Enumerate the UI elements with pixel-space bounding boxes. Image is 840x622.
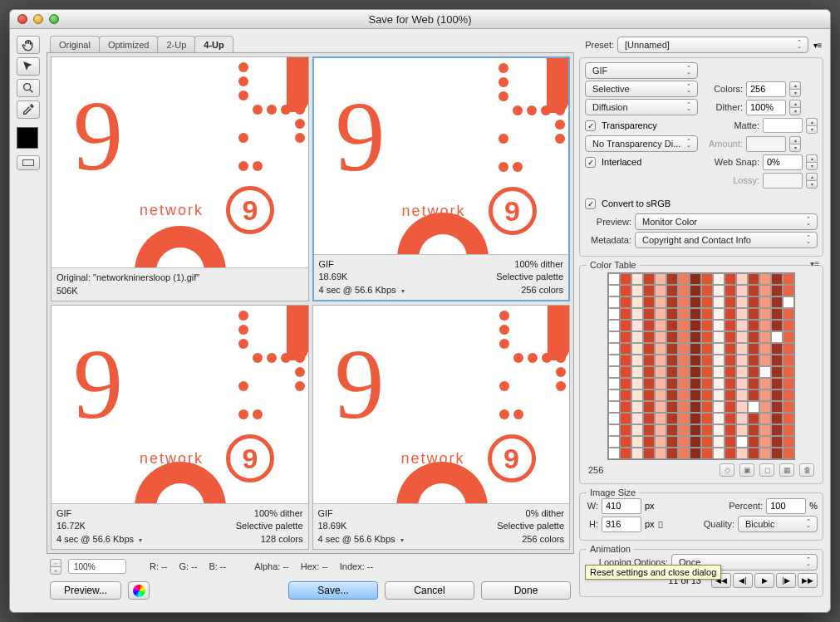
footer: Preview... Save... Cancel Done [47,575,574,605]
image-size-fieldset: Image Size W: 410 px Percent: 100 % H: 3… [579,492,823,541]
height-label: H: [585,519,598,529]
view-tabs: Original Optimized 2-Up 4-Up [47,36,574,52]
matte-stepper[interactable]: ▴▾ [806,118,818,134]
transparency-dither-select[interactable]: No Transparency Di... [585,135,698,152]
colorwheel-icon [133,585,145,597]
websnap-field[interactable]: 0% [763,154,803,170]
metadata-select[interactable]: Copyright and Contact Info [635,232,818,248]
percent-label: Percent: [729,501,763,511]
color-count: 256 [588,465,603,475]
srgb-label: Convert to sRGB [602,198,671,208]
srgb-checkbox[interactable]: ✓ [585,198,596,209]
preview-pane-original[interactable]: 9 network 9 [51,56,309,301]
close-icon[interactable] [17,14,27,24]
dither-stepper[interactable]: ▴▾ [789,100,801,115]
quality-select[interactable]: Bicubic [738,516,818,532]
save-button[interactable]: Save... [288,581,378,600]
tab-2up[interactable]: 2-Up [157,36,195,52]
tab-4up[interactable]: 4-Up [194,36,233,52]
percent-field[interactable]: 100 [766,498,806,514]
interlaced-checkbox[interactable]: ✓ [585,157,596,168]
px-label: px [645,501,655,511]
preview-pane-optimized-2[interactable]: 9 network9 [51,305,309,550]
constrain-link-icon[interactable]: ⌷ [658,520,663,529]
preview-pane-optimized-1[interactable]: 9 network 9 [312,56,571,301]
window-title: Save for Web (100%) [10,13,830,26]
done-button[interactable]: Done [481,581,571,600]
zoom-icon[interactable] [49,14,59,24]
lock-color-icon[interactable]: ▣ [739,463,754,477]
cancel-button[interactable]: Cancel [385,581,474,600]
preview-image: 9 network9 [52,306,308,503]
image-size-legend: Image Size [587,487,639,497]
dither-field[interactable]: 100% [746,100,786,115]
matte-swatch[interactable] [763,118,803,133]
eyedropper-tool[interactable] [17,100,40,119]
color-table[interactable] [607,272,795,460]
preview-menu-icon[interactable] [399,285,405,295]
tab-original[interactable]: Original [50,36,100,52]
format-select[interactable]: GIF [585,62,698,79]
settings-panel: Preset: [Unnamed] ▾≡ GIF Selective Color… [579,36,823,605]
status-alpha: Alpha: -- [254,561,289,571]
zoom-tool[interactable] [17,79,40,97]
minimize-icon[interactable] [33,14,43,24]
colors-field[interactable]: 256 [746,81,786,97]
status-hex: Hex: -- [301,561,328,571]
amount-stepper: ▴▾ [789,136,801,152]
websnap-stepper[interactable]: ▴▾ [806,154,818,170]
status-b: B: -- [209,561,226,571]
map-transparent-icon[interactable]: ◻ [759,463,774,477]
window-body: Original Optimized 2-Up 4-Up 9 [10,29,830,612]
lossy-label: Lossy: [718,175,759,185]
eyedropper-color-swatch[interactable] [17,127,38,149]
transparency-label: Transparency [602,120,657,130]
color-table-menu-icon[interactable]: ▾≡ [810,259,819,268]
preview-menu-icon[interactable] [136,534,142,544]
preview-image: 9 network9 [313,306,570,503]
preview-select[interactable]: Monitor Color [635,213,818,230]
height-field[interactable]: 316 [602,517,641,532]
preview-pane-optimized-3[interactable]: 9 network9 [312,305,571,550]
prev-frame-button[interactable]: ◀| [733,573,753,588]
snap-to-web-icon[interactable]: ◇ [720,463,734,477]
status-bar: –+ 100% R: -- G: -- B: -- Alpha: -- Hex:… [47,557,574,575]
status-r: R: -- [150,561,167,571]
zoom-stepper[interactable]: –+ [50,559,61,575]
info-label: 506K [56,285,295,297]
format-fieldset: GIF Selective Colors: 256 ▴▾ Diffusion D… [579,57,823,257]
delete-color-icon[interactable]: 🗑 [799,463,814,477]
slice-select-tool[interactable] [17,57,40,76]
transparency-checkbox[interactable]: ✓ [585,120,596,131]
preview-info: Original: "networkninersloop (1).gif" 50… [52,267,308,301]
preview-info: GIF100% dither 18.69KSelective palette 4… [314,254,569,300]
color-table-fieldset: Color Table ▾≡ 256 ◇ ▣ ◻ ▦ 🗑 [579,265,823,484]
interlaced-label: Interlaced [602,157,641,167]
play-button[interactable]: ▶ [754,573,774,588]
colors-stepper[interactable]: ▴▾ [789,81,801,97]
save-for-web-window: Save for Web (100%) Original Optimized 2… [9,9,831,613]
color-table-legend: Color Table [587,260,639,270]
dither-method-select[interactable]: Diffusion [585,99,698,115]
width-label: W: [585,501,598,511]
preview-in-browser-button[interactable] [128,581,150,600]
preview-button[interactable]: Preview... [50,581,121,600]
next-frame-button[interactable]: |▶ [776,573,796,588]
toggle-slices-visibility[interactable] [17,155,40,170]
width-field[interactable]: 410 [602,498,641,514]
color-reduction-select[interactable]: Selective [585,81,698,97]
hand-tool[interactable] [17,36,40,54]
dither-label: Dither: [701,102,743,112]
metadata-label: Metadata: [585,235,631,245]
zoom-level[interactable]: 100% [68,559,126,574]
preset-menu-icon[interactable]: ▾≡ [812,41,823,50]
tab-optimized[interactable]: Optimized [99,36,159,52]
animation-legend: Animation [587,544,634,554]
new-color-icon[interactable]: ▦ [779,463,794,477]
preview-menu-icon[interactable] [398,534,404,544]
tooltip: Reset settings and close dialog [585,565,721,580]
matte-label: Matte: [718,120,759,130]
last-frame-button[interactable]: ▶▶ [798,573,818,588]
quality-label: Quality: [704,519,734,529]
preset-select[interactable]: [Unnamed] [617,37,808,53]
